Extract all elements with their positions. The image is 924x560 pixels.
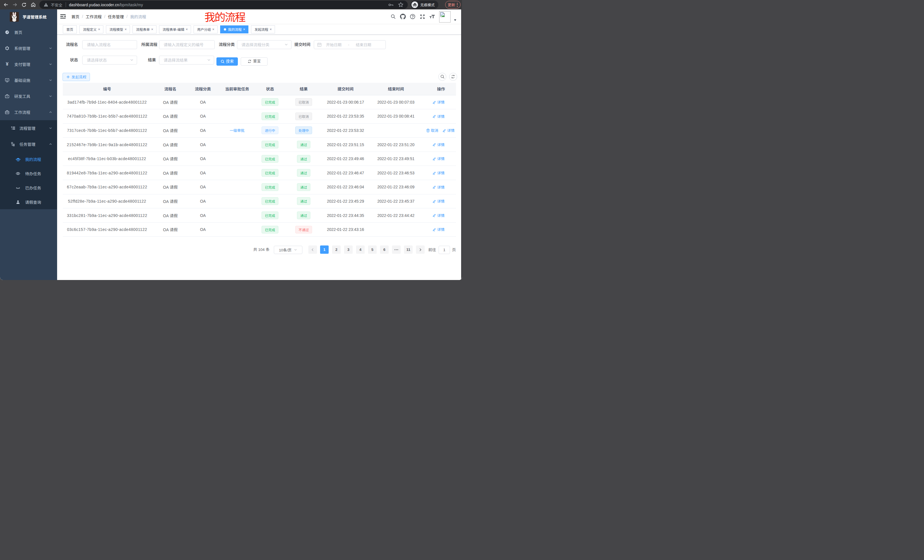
filter-name-input[interactable]: 请输入流程名 [82,40,137,49]
page-button-6[interactable]: 6 [380,246,388,254]
sidebar-item-devtools[interactable]: 研发工具 [0,88,57,104]
detail-link[interactable]: 详情 [432,114,445,119]
sidebar-item-home[interactable]: 首页 [0,24,57,40]
filter-result-select[interactable]: 请选择流结果 [159,55,214,64]
page-button-2[interactable]: 2 [332,246,340,254]
close-icon[interactable]: × [185,27,189,31]
breadcrumb-task-mgmt[interactable]: 任务管理 [108,14,124,19]
tab-process-form[interactable]: 流程表单× [132,25,156,33]
browser-forward-button[interactable] [10,0,20,9]
sidebar-item-done-task[interactable]: 已办任务 [0,181,57,195]
filter-parent-input[interactable]: 请输入流程定义的编号 [159,40,215,49]
tab-process-model[interactable]: 流程模型× [106,25,130,33]
cell-result: 已取消 [282,109,325,124]
cancel-link[interactable]: 取消 [426,127,438,133]
browser-update-button[interactable]: 更新 [445,1,460,9]
sidebar-logo[interactable]: 芋道管理系统 [0,9,57,24]
sidebar-item-task-mgmt[interactable]: 任务管理 [0,136,57,152]
cell-category: OA [189,180,216,195]
sidebar-item-my-process[interactable]: 我的流程 [0,152,57,166]
goto-page-input[interactable]: 1 [439,246,450,254]
bookmark-star-icon[interactable] [398,2,404,7]
tags-view: 首页 流程定义× 流程模型× 流程表单× 流程表单-编辑× 用户分组× 我的流程… [57,24,462,34]
tab-process-form-edit[interactable]: 流程表单-编辑× [159,25,191,33]
date-start-input[interactable]: 开始日期 [321,42,346,47]
chevron-up-icon [49,111,52,114]
sidebar-item-process-mgmt[interactable]: 流程管理 [0,120,57,136]
browser-reload-button[interactable] [20,0,28,9]
next-page-button[interactable] [416,246,424,254]
detail-link[interactable]: 详情 [432,142,445,147]
cell-id: ec45f38f-7b9a-11ec-b03b-acde48001122 [63,151,152,166]
close-icon[interactable]: × [269,27,272,31]
sidebar-item-system[interactable]: 系统管理 [0,40,57,56]
close-icon[interactable]: × [124,27,128,31]
search-button[interactable]: 搜索 [216,57,238,66]
font-size-icon[interactable] [427,9,437,24]
fullscreen-icon[interactable] [417,9,427,24]
avatar-image-frame [439,11,451,22]
tab-my-process[interactable]: 我的流程× [220,25,248,33]
user-avatar[interactable] [439,9,462,24]
page-button-5[interactable]: 5 [368,246,376,254]
page-button-1[interactable]: 1 [320,246,328,254]
breadcrumb-home[interactable]: 首页 [71,14,80,19]
page-button-3[interactable]: 3 [344,246,352,254]
detail-link[interactable]: 详情 [432,213,445,218]
browser-menu-kebab-icon[interactable] [457,3,458,7]
tab-start-process[interactable]: 发起流程× [251,25,275,33]
date-end-input[interactable]: 结束日期 [351,42,376,47]
cell-id: 2152467e-7b9b-11ec-9a1b-acde48001122 [63,138,152,152]
detail-link[interactable]: 详情 [432,170,445,175]
create-process-button[interactable]: 发起流程 [63,73,90,81]
tab-user-group[interactable]: 用户分组× [194,25,218,33]
table-row: 819442e8-7b9a-11ec-a290-acde48001122 OA … [63,166,456,180]
sidebar-item-payment[interactable]: ¥ 支付管理 [0,56,57,72]
detail-link[interactable]: 详情 [432,198,445,204]
close-icon[interactable]: × [243,27,246,31]
page-ellipsis[interactable] [392,246,400,254]
detail-link[interactable]: 详情 [432,184,445,190]
browser-back-button[interactable] [1,0,10,9]
sidebar-item-leave-query[interactable]: 请假查询 [0,195,57,209]
close-icon[interactable]: × [98,27,101,31]
filter-time-range[interactable]: 开始日期 - 结束日期 [314,40,386,49]
edit-pencil-icon [432,157,436,161]
browser-home-button[interactable] [28,0,38,9]
header-search-icon[interactable] [388,9,398,24]
filter-status-select[interactable]: 请选择状态 [82,55,137,64]
current-task-link[interactable]: 一级审批 [230,127,244,133]
filter-time-label: 提交时间 [294,40,310,49]
page-size-select[interactable]: 10条/页 [274,246,302,254]
page-button-4[interactable]: 4 [356,246,364,254]
show-search-toggle-button[interactable] [438,73,446,81]
tab-process-definition[interactable]: 流程定义× [80,25,104,33]
detail-link[interactable]: 详情 [432,227,445,232]
close-icon[interactable]: × [151,27,154,31]
page-button-11[interactable]: 11 [404,246,412,254]
sidebar-item-workflow[interactable]: 工作流程 [0,104,57,120]
refresh-table-button[interactable] [449,73,457,81]
hamburger-icon[interactable] [60,13,66,19]
github-icon[interactable] [398,9,408,24]
avatar-dropdown-caret[interactable] [454,19,456,21]
detail-link[interactable]: 详情 [432,156,445,161]
sidebar-item-infra[interactable]: 基础设施 [0,72,57,88]
detail-link[interactable]: 详情 [442,127,454,133]
reset-button[interactable]: 重置 [241,57,267,66]
close-icon[interactable]: × [212,27,215,31]
sidebar-item-todo-task[interactable]: 待办任务 [0,166,57,181]
status-badge: 已完成 [261,141,278,148]
tab-home[interactable]: 首页 [63,25,77,33]
breadcrumb-workflow[interactable]: 工作流程 [86,14,102,19]
detail-link[interactable]: 详情 [432,99,445,105]
prev-page-button[interactable] [308,246,317,254]
help-question-icon[interactable] [408,9,417,24]
filter-category-select[interactable]: 请选择流程分类 [237,40,291,49]
table-header-row: 编号 流程名 流程分类 当前审批任务 状态 结果 提交时间 结束时间 操作 [63,83,456,95]
address-bar[interactable]: 不安全 dashboard.yudao.iocoder.cn/bpm/task/… [39,1,408,9]
briefcase-icon [5,110,9,114]
password-key-icon[interactable] [388,2,394,8]
cell-status: 已完成 [258,95,282,109]
col-header-actions: 操作 [426,83,456,95]
